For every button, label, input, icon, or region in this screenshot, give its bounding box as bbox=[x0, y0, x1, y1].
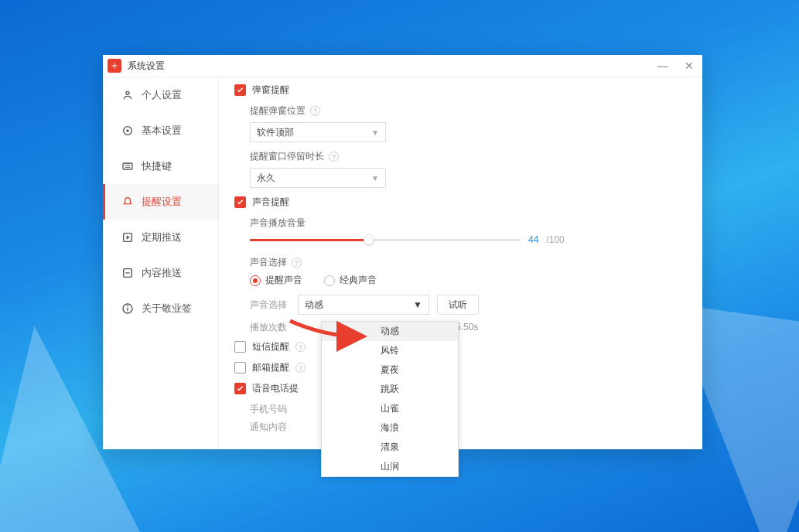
help-icon[interactable]: ? bbox=[329, 152, 339, 162]
dropdown-option[interactable]: 海浪 bbox=[322, 418, 458, 438]
volume-slider[interactable] bbox=[250, 239, 521, 241]
slider-thumb[interactable] bbox=[364, 234, 374, 245]
popup-duration-value: 永久 bbox=[257, 172, 275, 185]
listen-button[interactable]: 试听 bbox=[437, 295, 479, 315]
help-icon[interactable]: ? bbox=[295, 342, 306, 352]
chevron-down-icon: ▼ bbox=[371, 128, 379, 137]
sidebar-item-personal[interactable]: 个人设置 bbox=[103, 77, 218, 113]
sidebar-item-basic[interactable]: 基本设置 bbox=[103, 113, 218, 148]
popup-duration-select[interactable]: 永久 ▼ bbox=[250, 168, 386, 188]
sidebar-item-content[interactable]: 内容推送 bbox=[103, 255, 218, 291]
dropdown-option[interactable]: 夏夜 bbox=[322, 360, 458, 380]
svg-marker-7 bbox=[127, 235, 130, 239]
sidebar: 个人设置 基本设置 快捷键 提醒设置 定期推送 内容推送 bbox=[103, 77, 219, 449]
popup-position-value: 软件顶部 bbox=[257, 126, 294, 139]
content-icon bbox=[121, 267, 134, 279]
sms-remind-checkbox[interactable] bbox=[234, 341, 246, 353]
volume-label: 声音播放音量 bbox=[250, 217, 306, 230]
popup-position-select[interactable]: 软件顶部 ▼ bbox=[250, 122, 386, 142]
radio-remind-label: 提醒声音 bbox=[265, 274, 302, 287]
help-icon[interactable]: ? bbox=[292, 257, 302, 268]
svg-rect-3 bbox=[123, 163, 132, 169]
sidebar-item-schedule[interactable]: 定期推送 bbox=[103, 220, 218, 255]
phone-label: 手机号码 bbox=[250, 403, 687, 416]
sms-remind-label: 短信提醒 bbox=[252, 340, 289, 353]
sound-select[interactable]: 动感 ▼ bbox=[298, 295, 429, 315]
push-icon bbox=[121, 231, 134, 244]
svg-point-12 bbox=[127, 305, 128, 307]
help-icon[interactable]: ? bbox=[310, 106, 320, 116]
volume-max: /100 bbox=[546, 234, 564, 245]
voice-call-label: 语音电话提 bbox=[252, 382, 299, 395]
sound-select-value: 动感 bbox=[305, 298, 323, 312]
svg-point-0 bbox=[126, 91, 129, 94]
titlebar: 系统设置 — ✕ bbox=[103, 55, 702, 77]
dropdown-option[interactable]: 风铃 bbox=[322, 341, 458, 360]
popup-remind-label: 弹窗提醒 bbox=[252, 84, 289, 97]
sound-remind-checkbox[interactable] bbox=[234, 196, 246, 208]
popup-position-label: 提醒弹窗位置 bbox=[250, 104, 306, 118]
dropdown-option[interactable]: 清泉 bbox=[322, 438, 458, 457]
radio-classic-label: 经典声音 bbox=[340, 274, 377, 287]
sidebar-item-label: 基本设置 bbox=[142, 124, 182, 138]
dropdown-option[interactable]: 跳跃 bbox=[322, 380, 458, 399]
voice-call-checkbox[interactable] bbox=[234, 383, 246, 394]
play-count-label: 播放次数 bbox=[250, 321, 290, 334]
sound-dropdown[interactable]: 动感 风铃 夏夜 跳跃 山雀 海浪 清泉 山涧 bbox=[321, 321, 459, 477]
keyboard-icon bbox=[121, 160, 134, 172]
notify-content-label: 通知内容 bbox=[250, 421, 687, 434]
app-logo-icon bbox=[108, 59, 121, 73]
sound-select-label: 声音选择 bbox=[250, 298, 290, 312]
sidebar-item-label: 关于敬业签 bbox=[142, 302, 192, 315]
sidebar-item-label: 快捷键 bbox=[142, 159, 172, 173]
radio-remind-sound[interactable]: 提醒声音 bbox=[250, 274, 302, 287]
sidebar-item-reminder[interactable]: 提醒设置 bbox=[103, 184, 218, 220]
mail-remind-label: 邮箱提醒 bbox=[252, 361, 289, 374]
sidebar-item-about[interactable]: 关于敬业签 bbox=[103, 291, 218, 326]
content-panel: 弹窗提醒 提醒弹窗位置 ? 软件顶部 ▼ 提醒窗口停留时长 ? 永久 ▼ bbox=[219, 77, 702, 449]
sound-choice-label: 声音选择 bbox=[250, 256, 287, 269]
sidebar-item-label: 定期推送 bbox=[142, 230, 182, 244]
chevron-down-icon: ▼ bbox=[413, 299, 422, 310]
sidebar-item-shortcut[interactable]: 快捷键 bbox=[103, 148, 218, 184]
mail-remind-checkbox[interactable] bbox=[234, 362, 246, 373]
volume-value: 44 bbox=[528, 234, 538, 245]
radio-classic-sound[interactable]: 经典声音 bbox=[324, 274, 377, 287]
popup-duration-label: 提醒窗口停留时长 bbox=[250, 150, 324, 163]
svg-point-2 bbox=[126, 129, 128, 131]
window-title: 系统设置 bbox=[128, 60, 165, 73]
chevron-down-icon: ▼ bbox=[371, 174, 379, 182]
sidebar-item-label: 个人设置 bbox=[142, 88, 182, 102]
gear-icon bbox=[121, 124, 134, 137]
sound-remind-label: 声音提醒 bbox=[252, 196, 289, 209]
dropdown-option[interactable]: 动感 bbox=[322, 322, 458, 341]
sidebar-item-label: 内容推送 bbox=[142, 266, 182, 280]
help-icon[interactable]: ? bbox=[295, 363, 306, 373]
sidebar-item-label: 提醒设置 bbox=[142, 195, 182, 209]
info-icon bbox=[121, 302, 134, 315]
dropdown-option[interactable]: 山涧 bbox=[322, 457, 458, 476]
person-icon bbox=[121, 89, 134, 101]
bell-icon bbox=[121, 196, 134, 208]
popup-remind-checkbox[interactable] bbox=[234, 84, 246, 96]
minimize-button[interactable]: — bbox=[650, 55, 676, 77]
close-button[interactable]: ✕ bbox=[676, 55, 702, 77]
dropdown-option[interactable]: 山雀 bbox=[322, 399, 458, 418]
